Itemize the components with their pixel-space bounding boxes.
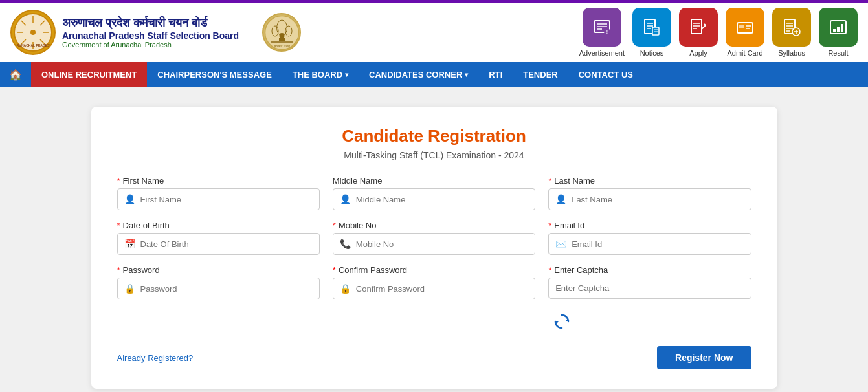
the-board-dropdown-icon: ▾: [345, 71, 348, 78]
captcha-input[interactable]: [555, 283, 744, 293]
first-name-input[interactable]: [140, 195, 313, 204]
navbar-item-online-recruitment[interactable]: ONLINE RECRUITMENT: [31, 62, 147, 87]
middle-name-field: Middle Name 👤: [333, 176, 535, 210]
form-title: Candidate Registration: [117, 126, 751, 146]
svg-rect-53: [841, 24, 843, 32]
navbar-item-rti[interactable]: RTI: [478, 62, 513, 87]
nav-icon-notices[interactable]: Notices: [632, 8, 671, 57]
captcha-field: *Enter Captcha: [548, 265, 751, 299]
government-emblem: सत्यमेव जयते: [262, 13, 301, 52]
form-fields-grid: *First Name 👤 Middle Name 👤 *Last Na: [117, 176, 751, 299]
nav-icon-apply-label: Apply: [689, 49, 707, 57]
org-name-hindi: अरुणाचल प्रदेश कर्मचारी चयन बोर्ड: [62, 16, 239, 30]
nav-icon-admit-card[interactable]: Admit Card: [726, 8, 764, 57]
captcha-label: *Enter Captcha: [548, 265, 751, 275]
calendar-icon: 📅: [124, 239, 135, 249]
svg-line-37: [704, 24, 706, 25]
password-input[interactable]: [140, 284, 313, 294]
nav-icon-notices-label: Notices: [640, 49, 664, 57]
email-label: *Email Id: [548, 221, 751, 230]
nav-icon-syllabus[interactable]: Syllabus: [772, 8, 811, 57]
org-text: अरुणाचल प्रदेश कर्मचारी चयन बोर्ड Arunac…: [62, 16, 239, 49]
mobile-label: *Mobile No: [333, 221, 535, 230]
nav-icon-result-label: Result: [828, 49, 848, 57]
org-name-english: Arunachal Pradesh Staff Selection Board: [62, 30, 239, 41]
mobile-input-wrapper: 📞: [333, 233, 535, 255]
main-content: Candidate Registration Multi-Tasking Sta…: [0, 87, 868, 392]
person-icon: 👤: [124, 194, 135, 204]
password-label: *Password: [117, 265, 320, 275]
svg-point-15: [279, 33, 284, 38]
nav-icons-container: ! Advertisement Notices: [579, 8, 858, 57]
email-field: *Email Id ✉️: [548, 221, 751, 255]
last-name-label: *Last Name: [548, 176, 751, 186]
svg-point-1: [30, 30, 36, 35]
lock-icon-2: 🔒: [340, 283, 351, 294]
svg-rect-32: [691, 19, 702, 34]
svg-rect-16: [279, 38, 285, 41]
form-subtitle: Multi-Tasking Staff (TCL) Examination - …: [117, 150, 751, 160]
middle-name-input-wrapper: 👤: [333, 188, 535, 210]
navbar-item-chairpersons-message[interactable]: CHAIRPERSON'S MESSAGE: [147, 62, 282, 87]
candidates-corner-dropdown-icon: ▾: [465, 71, 468, 78]
already-registered-link[interactable]: Already Registered?: [117, 353, 194, 363]
svg-rect-51: [833, 29, 836, 32]
captcha-refresh-button[interactable]: [553, 312, 571, 331]
svg-text:सत्यमेव जयते: सत्यमेव जयते: [273, 44, 289, 48]
logo-area: ARUNACHAL PRADESH अरुणाचल प्रदेश कर्मचार…: [10, 10, 239, 55]
nav-icon-apply[interactable]: Apply: [679, 8, 718, 57]
confirm-password-input-wrapper: 🔒: [333, 278, 535, 299]
org-logo: ARUNACHAL PRADESH: [10, 10, 56, 55]
person-icon-2: 👤: [340, 194, 351, 204]
nav-icon-result[interactable]: Result: [819, 8, 858, 57]
navbar-item-the-board[interactable]: THE BOARD ▾: [282, 62, 359, 87]
svg-rect-52: [837, 27, 840, 32]
lock-icon: 🔒: [124, 283, 135, 294]
svg-rect-29: [652, 27, 659, 35]
middle-name-input[interactable]: [356, 195, 528, 204]
form-footer: Already Registered? Register Now: [117, 346, 751, 369]
nav-icon-advertisement[interactable]: ! Advertisement: [579, 8, 625, 57]
email-icon: ✉️: [555, 239, 566, 249]
header: ARUNACHAL PRADESH अरुणाचल प्रदेश कर्मचार…: [0, 3, 868, 62]
svg-rect-39: [739, 25, 744, 28]
password-field: *Password 🔒: [117, 265, 320, 299]
svg-text:ARUNACHAL PRADESH: ARUNACHAL PRADESH: [14, 43, 52, 47]
phone-icon: 📞: [340, 239, 351, 249]
first-name-field: *First Name 👤: [117, 176, 320, 210]
nav-icon-advertisement-label: Advertisement: [579, 49, 625, 57]
mobile-input[interactable]: [356, 239, 528, 249]
navbar-item-contact-us[interactable]: CONTACT US: [568, 62, 643, 87]
confirm-password-input[interactable]: [356, 284, 528, 294]
email-input[interactable]: [572, 239, 744, 249]
org-subtitle: Government of Arunachal Pradesh: [62, 41, 239, 49]
svg-text:!: !: [606, 30, 608, 34]
confirm-password-field: *Confirm Password 🔒: [333, 265, 535, 299]
last-name-field: *Last Name 👤: [548, 176, 751, 210]
confirm-password-label: *Confirm Password: [333, 265, 535, 275]
navbar-item-tender[interactable]: TENDER: [513, 62, 568, 87]
nav-icon-admit-card-label: Admit Card: [727, 49, 762, 57]
first-name-label: *First Name: [117, 176, 320, 186]
navbar-item-candidates-corner[interactable]: CANDIDATES CORNER ▾: [359, 62, 478, 87]
password-input-wrapper: 🔒: [117, 278, 320, 299]
svg-marker-55: [555, 321, 559, 325]
dob-field: *Date of Birth 📅: [117, 221, 320, 255]
last-name-input[interactable]: [572, 195, 744, 204]
dob-input-wrapper: 📅: [117, 233, 320, 255]
mobile-field: *Mobile No 📞: [333, 221, 535, 255]
register-now-button[interactable]: Register Now: [657, 346, 751, 369]
registration-card: Candidate Registration Multi-Tasking Sta…: [91, 107, 777, 389]
dob-label: *Date of Birth: [117, 221, 320, 230]
dob-input[interactable]: [140, 239, 313, 249]
person-icon-3: 👤: [555, 194, 566, 204]
home-button[interactable]: 🏠: [0, 62, 31, 87]
nav-icon-syllabus-label: Syllabus: [778, 49, 805, 57]
svg-marker-54: [565, 318, 568, 321]
first-name-input-wrapper: 👤: [117, 188, 320, 210]
middle-name-label: Middle Name: [333, 176, 535, 186]
navbar: 🏠 ONLINE RECRUITMENT CHAIRPERSON'S MESSA…: [0, 62, 868, 87]
captcha-input-wrapper: [548, 278, 751, 299]
last-name-input-wrapper: 👤: [548, 188, 751, 210]
email-input-wrapper: ✉️: [548, 233, 751, 255]
